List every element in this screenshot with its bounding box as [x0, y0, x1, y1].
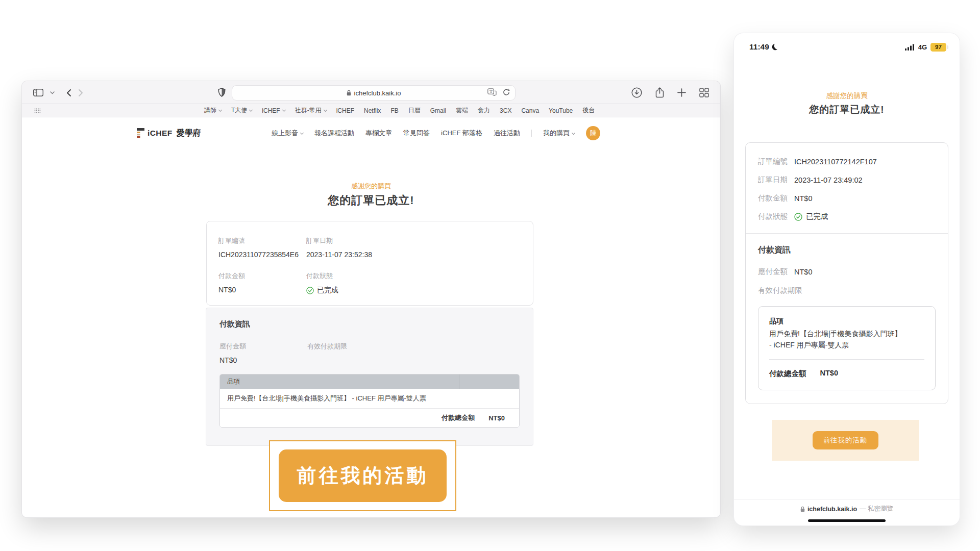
- status-bar: 11:49 4G 97: [749, 42, 946, 52]
- nav-divider: [531, 130, 532, 137]
- payment-info-section-mobile: 付款資訊 應付金額 NT$0 有效付款期限 品項 用戶免費!【台北場|手機美食攝…: [746, 234, 948, 404]
- nav-item-past-events[interactable]: 過往活動: [494, 129, 520, 138]
- order-date-label: 訂單日期: [306, 236, 521, 245]
- payment-status-label: 付款狀態: [758, 212, 788, 221]
- bookmark-item[interactable]: 雲端: [456, 106, 468, 115]
- bookmark-item[interactable]: FB: [390, 107, 398, 114]
- item-box: 品項 用戶免費!【台北場|手機美食攝影入門班】 - iCHEF 用戶專屬-雙人票…: [758, 306, 936, 390]
- order-number-value: ICH202311077235854E6: [218, 251, 306, 259]
- order-date-row: 訂單日期 2023-11-07 23:49:02: [758, 175, 936, 185]
- home-indicator[interactable]: [808, 519, 886, 522]
- sidebar-toggle-button[interactable]: [33, 89, 43, 96]
- order-date-label: 訂單日期: [758, 175, 788, 185]
- nav-item-register-courses[interactable]: 報名課程活動: [314, 129, 354, 138]
- payment-status-value: 已完成: [317, 286, 338, 295]
- items-table: 品項 用戶免費!【台北場|手機美食攝影入門班】 - iCHEF 用戶專屬-雙人票…: [219, 374, 520, 428]
- item-name: 用戶免費!【台北場|手機美食攝影入門班】 - iCHEF 用戶專屬-雙人票: [227, 394, 426, 403]
- item-column-header: 品項: [769, 317, 924, 326]
- bookmark-item[interactable]: 3CX: [500, 107, 511, 114]
- bookmark-item[interactable]: 食力: [478, 106, 490, 115]
- bookmark-label: 3CX: [500, 107, 511, 114]
- mobile-url-bar[interactable]: ichefclub.kaik.io — 私密瀏覽: [734, 505, 960, 513]
- bookmarks-bar: 講師 T大使 iCHEF 社群-常用 iCHEF Netflix FB 日曆 G…: [22, 104, 720, 117]
- nav-item-my-purchases[interactable]: 我的購買: [543, 129, 575, 138]
- table-row: 用戶免費!【台北場|手機美食攝影入門班】 - iCHEF 用戶專屬-雙人票: [220, 389, 519, 409]
- payment-status-label: 付款狀態: [306, 271, 521, 281]
- due-amount-value: NT$0: [794, 268, 812, 276]
- total-row: 付款總金額 NT$0: [769, 369, 924, 379]
- back-button[interactable]: [66, 89, 71, 97]
- nav-item-faq[interactable]: 常見問答: [403, 129, 430, 138]
- thanks-eyebrow-mobile: 感謝您的購買: [734, 91, 960, 101]
- favorites-grid-icon[interactable]: [34, 108, 41, 113]
- payment-amount-label: 付款金額: [758, 193, 788, 203]
- url-bar[interactable]: ichefclub.kaik.io 文: [232, 85, 516, 101]
- bookmark-item[interactable]: 社群-常用: [295, 106, 327, 115]
- nav-label: 報名課程活動: [314, 129, 354, 138]
- bookmark-label: YouTube: [549, 107, 573, 114]
- cta-highlight: 前往我的活動: [772, 420, 919, 461]
- bookmark-item[interactable]: iCHEF: [336, 107, 354, 114]
- share-button[interactable]: [655, 87, 664, 98]
- logo-suffix: 愛學府: [177, 128, 201, 139]
- reload-icon[interactable]: [503, 88, 510, 97]
- translate-icon[interactable]: 文: [487, 88, 497, 97]
- bookmark-item[interactable]: Netflix: [364, 107, 381, 114]
- mobile-order-card: 訂單編號 ICH2023110772142F107 訂單日期 2023-11-0…: [745, 142, 948, 404]
- table-total-row: 付款總金額 NT$0: [220, 409, 519, 427]
- avatar-initial: 陳: [590, 129, 597, 138]
- bookmark-label: Netflix: [364, 107, 381, 114]
- nav-item-online-video[interactable]: 線上影音: [272, 129, 303, 138]
- check-circle-icon: [794, 213, 802, 221]
- nav-label: iCHEF 部落格: [441, 129, 482, 138]
- order-number-label: 訂單編號: [218, 236, 306, 245]
- deadline-label: 有效付款期限: [758, 286, 936, 295]
- payment-status-cell: 付款狀態 已完成: [306, 271, 521, 295]
- payment-info-heading: 付款資訊: [219, 319, 520, 329]
- nav-item-blog[interactable]: iCHEF 部落格: [441, 129, 482, 138]
- toolbar-left-group: [33, 81, 83, 104]
- bookmark-item[interactable]: Canva: [521, 107, 539, 114]
- item-column-header: 品項: [220, 378, 459, 386]
- order-summary-card: 訂單編號 ICH202311077235854E6 訂單日期 2023-11-0…: [206, 221, 533, 306]
- order-number-value: ICH2023110772142F107: [794, 158, 877, 166]
- privacy-report-button[interactable]: [218, 88, 226, 99]
- bookmark-item[interactable]: YouTube: [549, 107, 573, 114]
- payment-amount-label: 付款金額: [218, 271, 306, 281]
- forward-button[interactable]: [78, 89, 83, 97]
- check-circle-icon: [306, 287, 314, 294]
- new-tab-button[interactable]: [677, 88, 686, 97]
- plus-icon: [677, 88, 686, 97]
- svg-text:文: 文: [489, 89, 493, 94]
- bookmark-item[interactable]: iCHEF: [262, 107, 285, 114]
- due-amount-label: 應付金額: [219, 342, 307, 351]
- mobile-browser-footer: ichefclub.kaik.io — 私密瀏覽: [734, 499, 960, 525]
- go-to-events-button-mobile[interactable]: 前往我的活動: [813, 431, 878, 449]
- order-number-cell: 訂單編號 ICH202311077235854E6: [218, 236, 306, 259]
- user-avatar[interactable]: 陳: [586, 126, 600, 140]
- downloads-button[interactable]: [631, 87, 642, 98]
- bookmark-item[interactable]: Gmail: [430, 107, 446, 114]
- bookmark-item[interactable]: 後台: [582, 106, 595, 115]
- table-header-row: 品項: [220, 374, 519, 389]
- bookmark-item[interactable]: 日曆: [408, 106, 421, 115]
- tab-overview-button[interactable]: [699, 88, 709, 97]
- sidebar-menu-chevron-button[interactable]: [50, 91, 55, 94]
- bookmark-item[interactable]: T大使: [231, 106, 252, 115]
- browser-window: ichefclub.kaik.io 文: [22, 81, 720, 517]
- order-number-row: 訂單編號 ICH2023110772142F107: [758, 157, 936, 166]
- nav-label: 我的購買: [543, 129, 570, 138]
- due-amount-label: 應付金額: [758, 267, 788, 277]
- mobile-panel: 11:49 4G 97 感謝您的購買 您的訂單已成立! 訂單編號 ICH2023…: [734, 33, 960, 525]
- site-logo[interactable]: iCHEF 愛學府: [137, 128, 201, 139]
- toolbar-right-group: [631, 81, 709, 104]
- go-to-events-button[interactable]: 前往我的活動: [279, 449, 447, 502]
- ichef-logo-icon: [137, 128, 144, 139]
- forward-arrow-icon: [78, 89, 83, 97]
- nav-label: 過往活動: [494, 129, 520, 138]
- nav-item-articles[interactable]: 專欄文章: [365, 129, 392, 138]
- bookmark-item[interactable]: 講師: [204, 106, 222, 115]
- deadline-label: 有效付款期限: [307, 342, 520, 351]
- payment-amount-cell: 付款金額 NT$0: [218, 271, 306, 295]
- item-name-line2: - iCHEF 用戶專屬-雙人票: [769, 340, 924, 351]
